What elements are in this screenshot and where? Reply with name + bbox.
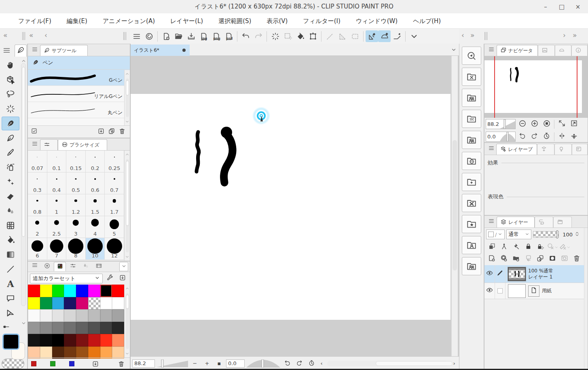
undo-icon[interactable] [239,30,252,42]
tool-palette-scrollbar[interactable] [21,63,26,306]
color-swatch-4-4[interactable] [76,334,88,347]
color-swatch-3-5[interactable] [88,322,100,334]
color-swatch-3-0[interactable] [28,322,40,334]
brush-size-1.2[interactable]: 1.2 [66,194,86,216]
export-png-icon[interactable]: png [210,30,222,42]
menu-item-layer[interactable]: レイヤー(L) [163,13,211,29]
zoom-out-icon[interactable]: − [190,359,200,368]
history-tab[interactable] [535,217,553,228]
new-raster-layer-icon[interactable] [486,254,497,264]
menu-item-view[interactable]: 表示(V) [259,13,295,29]
subtool-menu-icon[interactable] [30,46,39,55]
figure-tool[interactable] [2,262,19,276]
merge-down-icon[interactable] [535,254,546,264]
color-swatch-2-6[interactable] [100,309,112,322]
new-vector-layer-icon[interactable] [498,254,510,264]
layer-property-tab[interactable]: レイヤープ [496,144,537,155]
subtool-scrollbar[interactable] [124,70,130,125]
add-color-icon[interactable] [103,358,114,370]
rotation-value[interactable]: 0.0 [226,359,245,368]
brush-size-0.07[interactable]: 0.07 [28,151,47,172]
color-swatch-2-0[interactable] [28,309,40,322]
clear-selection-icon[interactable] [349,30,361,42]
clip-to-layer-below-icon[interactable] [486,242,497,252]
draft-checkbox[interactable] [495,283,506,299]
nav-reset-rotation-icon[interactable] [541,132,552,142]
navigator-menu-icon[interactable] [487,46,496,55]
brush-size-0.7[interactable]: 0.7 [105,172,124,194]
brush-size-0.5[interactable]: 0.5 [66,172,86,194]
color-swatch-4-6[interactable] [100,334,112,347]
color-swatch-5-0[interactable] [28,347,40,359]
brush-size-menu-icon[interactable] [30,140,39,149]
material-folder-people-3[interactable] [462,257,481,275]
register-color-icon[interactable] [90,358,101,370]
brush-size-10[interactable]: 10 [86,238,105,260]
redraw-icon[interactable] [269,30,281,42]
color-swatch-4-2[interactable] [52,334,64,347]
navigator-tab[interactable]: ナビゲータ [497,45,538,56]
frame-border-tool[interactable] [2,306,19,320]
brush-size-8[interactable]: 8 [66,238,86,260]
brush-size-0.15[interactable]: 0.15 [66,151,86,172]
color-swatch-2-1[interactable] [40,309,52,322]
layer-name[interactable]: 用紙 [542,288,552,294]
open-file-icon[interactable] [172,30,185,42]
fill-tool[interactable] [2,233,19,247]
color-swatch-5-6[interactable] [100,347,112,359]
color-swatch-1-1[interactable] [40,297,52,310]
clear-fill-icon[interactable] [336,30,349,42]
panel-grip[interactable] [123,32,126,40]
subtool-group-pen[interactable]: ペン [28,56,130,70]
brush-size-6[interactable]: 6 [28,238,47,260]
subtool-item-1[interactable]: リアルGペン [28,86,130,102]
fill-icon[interactable] [294,30,307,42]
redo-icon[interactable] [252,30,264,42]
subtool-import-icon[interactable] [96,126,106,138]
apply-mask-icon[interactable] [559,254,570,264]
brush-size-1.7[interactable]: 1.7 [105,194,124,216]
color-panel-menu-icon[interactable] [30,262,39,270]
collapse-tool-palette-icon[interactable]: « [3,31,7,39]
menu-item-animation[interactable]: アニメーション(A) [95,13,163,29]
brush-size-2.5[interactable]: 2.5 [47,216,67,238]
information-tab[interactable] [571,45,588,56]
color-swatch-3-7[interactable] [112,322,124,334]
color-swatch-0-5[interactable] [88,285,100,297]
pencil-tool[interactable] [2,131,19,145]
brush-size-0.2[interactable]: 0.2 [86,151,105,172]
layer-row-layer1[interactable]: 100 %通常 レイヤー 1 [484,265,588,283]
color-swatch-1-6[interactable] [100,297,112,310]
menu-item-window[interactable]: ウィンドウ(W) [348,13,405,29]
material-folder-pattern[interactable] [462,110,481,128]
color-swatch-4-5[interactable] [88,334,100,347]
material-folder-face[interactable] [462,152,481,170]
redraw-selection-icon[interactable] [281,30,294,42]
opacity-spinner[interactable] [574,231,580,238]
menu-item-help[interactable]: ヘルプ(H) [405,13,448,29]
brush-size-7[interactable]: 7 [47,238,67,260]
transfer-to-lower-icon[interactable] [522,254,534,264]
auto-select-tool[interactable] [2,102,19,116]
foreground-color-swatch[interactable] [2,334,19,350]
main-menu-icon[interactable] [130,30,143,42]
layer-list-scrollbar[interactable] [584,228,588,370]
color-set-tab[interactable] [54,262,66,271]
brush-size-0.6[interactable]: 0.6 [86,172,105,194]
canvas-horizontal-scrollbar[interactable] [327,361,448,366]
clear-line-icon[interactable] [324,30,336,42]
opacity-value[interactable]: 100 [561,232,573,238]
expand-right-panels-icon[interactable]: » [573,31,577,39]
lock-layer-icon[interactable] [522,242,534,252]
color-wheel-tab[interactable] [41,262,53,271]
nav-rotate-left-icon[interactable] [517,132,528,142]
rotate-left-icon[interactable] [282,359,292,368]
blend-tool[interactable] [2,204,19,218]
brush-size-0.3[interactable]: 0.3 [28,172,47,194]
nav-rotate-right-icon[interactable] [529,132,540,142]
menu-item-filter[interactable]: フィルター(I) [295,13,348,29]
layer-property-menu-icon[interactable] [487,145,495,153]
snap-special-ruler-icon[interactable] [378,30,391,42]
zoom-in-icon[interactable]: + [202,359,212,368]
import-color-set-icon[interactable] [117,272,128,284]
